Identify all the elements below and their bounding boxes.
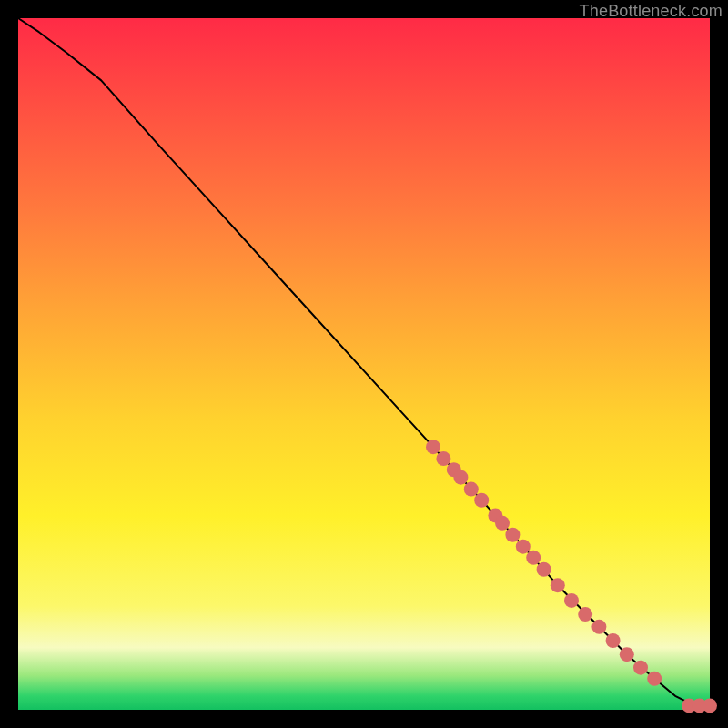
- bottleneck-curve: [18, 18, 710, 705]
- curve-marker: [592, 620, 606, 634]
- curve-marker: [606, 633, 621, 648]
- chart-overlay: [18, 18, 710, 710]
- curve-marker: [516, 540, 531, 554]
- curve-markers: [426, 440, 662, 686]
- curve-marker: [551, 578, 565, 592]
- curve-marker: [633, 661, 648, 675]
- curve-marker: [464, 482, 479, 497]
- tail-markers: [682, 698, 717, 713]
- chart-stage: TheBottleneck.com: [0, 0, 728, 728]
- curve-marker: [564, 593, 579, 608]
- curve-marker: [620, 647, 634, 662]
- curve-marker: [526, 551, 541, 565]
- curve-marker: [426, 440, 440, 454]
- curve-marker: [453, 470, 468, 485]
- curve-marker: [578, 607, 592, 622]
- curve-marker: [505, 528, 520, 542]
- tail-marker: [703, 698, 717, 713]
- curve-marker: [647, 672, 662, 686]
- curve-marker: [537, 562, 551, 577]
- curve-marker: [436, 451, 450, 466]
- curve-marker: [495, 516, 510, 531]
- curve-marker: [474, 493, 489, 508]
